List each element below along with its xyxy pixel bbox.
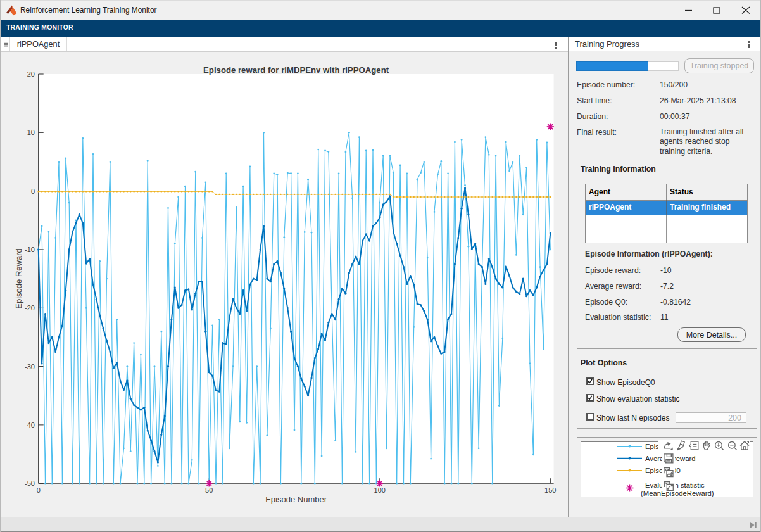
svg-text:100: 100 (374, 486, 386, 494)
svg-text:10: 10 (27, 129, 35, 136)
svg-text:-20: -20 (25, 304, 35, 312)
svg-text:-30: -30 (25, 363, 35, 370)
svg-text:Episode Reward: Episode Reward (14, 248, 23, 308)
svg-text:-10: -10 (25, 246, 35, 253)
svg-text:Episode Number: Episode Number (265, 495, 327, 504)
svg-text:20: 20 (27, 70, 35, 78)
svg-text:Episode reward for rlMDPEnv wi: Episode reward for rlMDPEnv with rlPPOAg… (203, 65, 389, 75)
svg-text:150: 150 (544, 486, 556, 494)
svg-text:-40: -40 (25, 421, 35, 429)
svg-text:-50: -50 (25, 479, 35, 487)
svg-text:0: 0 (37, 486, 41, 494)
svg-text:50: 50 (205, 486, 213, 494)
svg-text:0: 0 (31, 187, 35, 195)
